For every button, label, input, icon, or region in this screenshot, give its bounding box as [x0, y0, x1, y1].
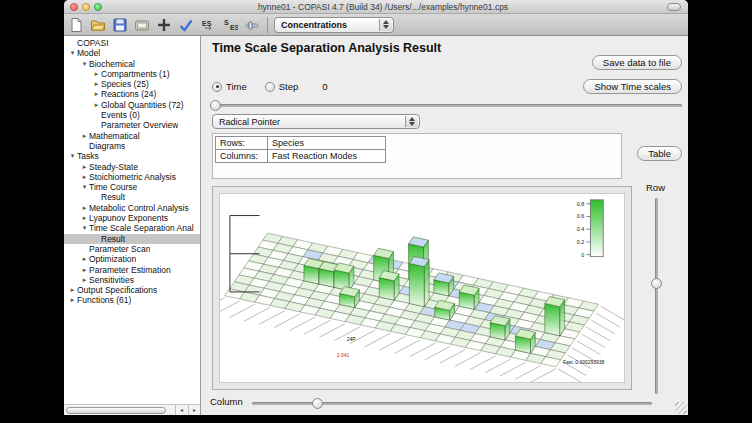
row-slider-knob[interactable] — [651, 278, 662, 289]
sidebar-item-mathematical[interactable]: ▸Mathematical — [64, 131, 200, 141]
sidebar-item-label: Time Scale Separation Anal — [89, 223, 194, 233]
close-button[interactable] — [70, 3, 78, 11]
disclosure-triangle-icon[interactable]: ▸ — [92, 69, 101, 79]
disclosure-triangle-icon[interactable]: ▸ — [80, 203, 89, 213]
sidebar-item-lyapunov-exponents[interactable]: ▸Lyapunov Exponents — [64, 213, 200, 223]
scrollbar-thumb[interactable] — [66, 407, 166, 414]
checkmark-icon[interactable] — [176, 16, 196, 34]
sidebar-item-tasks[interactable]: ▾Tasks — [64, 151, 200, 161]
disclosure-triangle-icon[interactable]: ▸ — [80, 265, 89, 275]
step-radio-label: Step — [279, 81, 299, 92]
view-selector-dropdown[interactable]: Concentrations — [274, 17, 394, 33]
sidebar-item-label: Output Specifications — [77, 285, 157, 295]
sidebar-item-optimization[interactable]: ▸Optimization — [64, 254, 200, 264]
sidebar-item-label: Functions (61) — [77, 295, 131, 305]
sidebar-item-label: COPASI — [77, 38, 109, 48]
result-type-dropdown[interactable]: Radical Pointer — [212, 114, 420, 129]
disclosure-triangle-icon[interactable]: ▾ — [80, 59, 89, 69]
sidebar-item-time-course[interactable]: ▾Time Course — [64, 182, 200, 192]
time-slider[interactable] — [210, 100, 682, 111]
new-file-icon[interactable] — [66, 16, 86, 34]
sidebar-horizontal-scrollbar[interactable]: ◂ ▸ — [64, 404, 200, 415]
disclosure-triangle-icon[interactable]: ▾ — [68, 151, 77, 161]
disclosure-triangle-icon[interactable]: ▸ — [92, 89, 101, 99]
sidebar-item-steady-state[interactable]: ▸Steady-State — [64, 162, 200, 172]
disclosure-triangle-icon[interactable]: ▸ — [80, 131, 89, 141]
time-slider-knob[interactable] — [210, 100, 221, 111]
navigation-sidebar: COPASI▾Model▾Biochemical▸Compartments (1… — [64, 36, 201, 415]
sidebar-item-parameter-estimation[interactable]: ▸Parameter Estimation — [64, 265, 200, 275]
save-data-button[interactable]: Save data to file — [592, 55, 682, 70]
sidebar-item-species-25[interactable]: ▸Species (25) — [64, 79, 200, 89]
sidebar-item-label: Stoichiometric Analysis — [89, 172, 176, 182]
sidebar-item-global-quantities-72[interactable]: ▸Global Quantities (72) — [64, 100, 200, 110]
rows-value: Species — [268, 137, 386, 150]
show-time-scales-button[interactable]: Show Time scales — [583, 79, 682, 94]
disclosure-triangle-icon[interactable]: ▾ — [68, 48, 77, 58]
sidebar-item-stoichiometric-analysis[interactable]: ▸Stoichiometric Analysis — [64, 172, 200, 182]
sidebar-item-biochemical[interactable]: ▾Biochemical — [64, 59, 200, 69]
disclosure-triangle-icon[interactable]: ▸ — [92, 100, 101, 110]
export-image-icon[interactable] — [132, 16, 152, 34]
bar-chart-canvas[interactable]: 0.80.60.40.2024P2.041Fast: 0.000293938 — [219, 193, 625, 383]
time-slider-track[interactable] — [210, 104, 682, 107]
disclosure-triangle-icon[interactable]: ▸ — [80, 162, 89, 172]
show-sliders-icon[interactable] — [242, 16, 262, 34]
open-file-icon[interactable] — [88, 16, 108, 34]
step-radio[interactable] — [265, 82, 275, 92]
disclosure-triangle-icon[interactable]: ▸ — [92, 79, 101, 89]
svg-text:Fast: 0.000293938: Fast: 0.000293938 — [563, 360, 604, 365]
sidebar-item-metabolic-control-analysis[interactable]: ▸Metabolic Control Analysis — [64, 203, 200, 213]
sidebar-item-label: Model — [77, 48, 100, 58]
column-slider[interactable] — [252, 398, 652, 409]
screen: hynne01 - COPASI 4.7 (Build 34) /Users/.… — [0, 0, 752, 423]
disclosure-triangle-icon[interactable]: ▾ — [80, 182, 89, 192]
toolbar-toggle-pill[interactable] — [667, 3, 681, 11]
sidebar-item-time-scale-separation-anal[interactable]: ▾Time Scale Separation Anal — [64, 223, 200, 233]
disclosure-triangle-icon[interactable]: ▸ — [80, 213, 89, 223]
svg-text:0: 0 — [581, 252, 584, 258]
sidebar-item-parameter-scan[interactable]: Parameter Scan — [64, 244, 200, 254]
row-slider[interactable] — [651, 198, 662, 394]
sidebar-item-reactions-24[interactable]: ▸Reactions (24) — [64, 89, 200, 99]
sidebar-item-compartments-1[interactable]: ▸Compartments (1) — [64, 69, 200, 79]
concentration-view-icon[interactable]: ES — [198, 16, 218, 34]
sidebar-item-parameter-overview[interactable]: Parameter Overview — [64, 120, 200, 130]
resize-grip-icon[interactable] — [675, 402, 687, 414]
sidebar-item-model[interactable]: ▾Model — [64, 48, 200, 58]
sidebar-item-copasi[interactable]: COPASI — [64, 38, 200, 48]
time-radio[interactable] — [212, 82, 222, 92]
view-selector-value: Concentrations — [281, 20, 347, 30]
sidebar-item-result[interactable]: Result — [64, 192, 200, 202]
3d-bar-chart: 0.80.60.40.2024P2.041Fast: 0.000293938 — [220, 194, 624, 382]
disclosure-triangle-icon[interactable]: ▾ — [80, 223, 89, 233]
sidebar-item-label: Parameter Estimation — [89, 265, 171, 275]
sidebar-item-events-0[interactable]: Events (0) — [64, 110, 200, 120]
column-slider-knob[interactable] — [312, 398, 323, 409]
disclosure-triangle-icon[interactable]: ▸ — [68, 295, 77, 305]
table-button[interactable]: Table — [637, 146, 682, 161]
disclosure-triangle-icon[interactable]: ▸ — [68, 285, 77, 295]
save-file-icon[interactable] — [110, 16, 130, 34]
zoom-button[interactable] — [94, 3, 102, 11]
sidebar-item-diagrams[interactable]: Diagrams — [64, 141, 200, 151]
sidebar-item-result[interactable]: Result — [64, 234, 200, 244]
sidebar-item-functions-61[interactable]: ▸Functions (61) — [64, 295, 200, 305]
disclosure-triangle-icon[interactable]: ▸ — [80, 172, 89, 182]
particle-number-view-icon[interactable]: SES — [220, 16, 240, 34]
scroll-left-icon[interactable]: ◂ — [175, 405, 187, 415]
disclosure-triangle-icon[interactable]: ▸ — [80, 275, 89, 285]
scroll-right-icon[interactable]: ▸ — [188, 405, 200, 415]
sidebar-item-label: Species (25) — [101, 79, 149, 89]
sidebar-item-label: Biochemical — [89, 59, 135, 69]
svg-text:0.4: 0.4 — [577, 226, 585, 232]
add-icon[interactable] — [154, 16, 174, 34]
sidebar-item-output-specifications[interactable]: ▸Output Specifications — [64, 285, 200, 295]
minimize-button[interactable] — [82, 3, 90, 11]
svg-text:0.8: 0.8 — [577, 201, 585, 207]
svg-text:0.2: 0.2 — [577, 239, 585, 245]
sidebar-item-label: Optimization — [89, 254, 136, 264]
sidebar-item-sensitivities[interactable]: ▸Sensitivities — [64, 275, 200, 285]
row-slider-track[interactable] — [655, 198, 658, 394]
disclosure-triangle-icon[interactable]: ▸ — [80, 254, 89, 264]
